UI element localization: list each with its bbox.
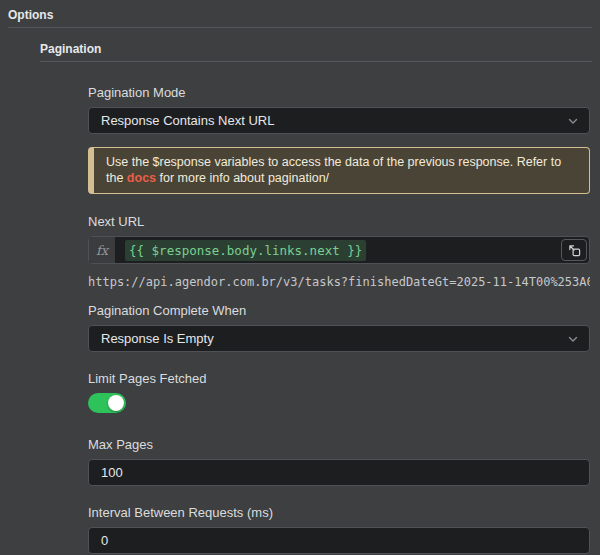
pagination-notice: Use the $response variables to access th…: [88, 147, 590, 194]
interval-between-requests-input[interactable]: [88, 527, 590, 554]
chevron-down-icon: [567, 333, 579, 345]
max-pages-input[interactable]: [88, 459, 590, 486]
pagination-complete-when-field: Pagination Complete When Response Is Emp…: [88, 303, 590, 352]
next-url-resolved-preview: https://api.agendor.com.br/v3/tasks?fini…: [88, 275, 590, 289]
pagination-section-title: Pagination: [0, 28, 600, 56]
max-pages-label: Max Pages: [88, 437, 590, 452]
chevron-down-icon: [567, 115, 579, 127]
expression-editor[interactable]: {{ $response.body.links.next }}: [115, 237, 561, 263]
pagination-options-content: Pagination Mode Response Contains Next U…: [88, 85, 590, 555]
options-panel: Options Pagination Pagination Mode Respo…: [0, 0, 600, 555]
interval-between-requests-field: Interval Between Requests (ms) At 0 no d…: [88, 505, 590, 555]
open-expression-editor-button[interactable]: [561, 239, 587, 261]
interval-between-requests-label: Interval Between Requests (ms): [88, 505, 590, 520]
pagination-complete-when-selected-value: Response Is Empty: [101, 331, 214, 346]
limit-pages-fetched-field: Limit Pages Fetched: [88, 371, 590, 413]
pagination-mode-field: Pagination Mode Response Contains Next U…: [88, 85, 590, 134]
max-pages-field: Max Pages: [88, 437, 590, 486]
pagination-mode-selected-value: Response Contains Next URL: [101, 113, 274, 128]
toggle-knob: [108, 395, 124, 411]
next-url-expression-input[interactable]: fx {{ $response.body.links.next }}: [88, 236, 590, 264]
pagination-divider: [40, 61, 592, 62]
expand-expression-icon: [568, 244, 581, 257]
limit-pages-fetched-label: Limit Pages Fetched: [88, 371, 590, 386]
limit-pages-toggle[interactable]: [88, 393, 126, 413]
fx-expression-icon: fx: [89, 237, 115, 263]
options-section-title: Options: [0, 0, 600, 22]
pagination-complete-when-select[interactable]: Response Is Empty: [88, 325, 590, 352]
next-url-field: Next URL fx {{ $response.body.links.next…: [88, 214, 590, 289]
pagination-mode-select[interactable]: Response Contains Next URL: [88, 107, 590, 134]
notice-text-after: for more info about pagination/: [156, 171, 329, 185]
docs-link[interactable]: docs: [127, 171, 156, 185]
pagination-complete-when-label: Pagination Complete When: [88, 303, 590, 318]
expression-text[interactable]: {{ $response.body.links.next }}: [125, 240, 366, 261]
pagination-mode-label: Pagination Mode: [88, 85, 590, 100]
next-url-label: Next URL: [88, 214, 590, 229]
